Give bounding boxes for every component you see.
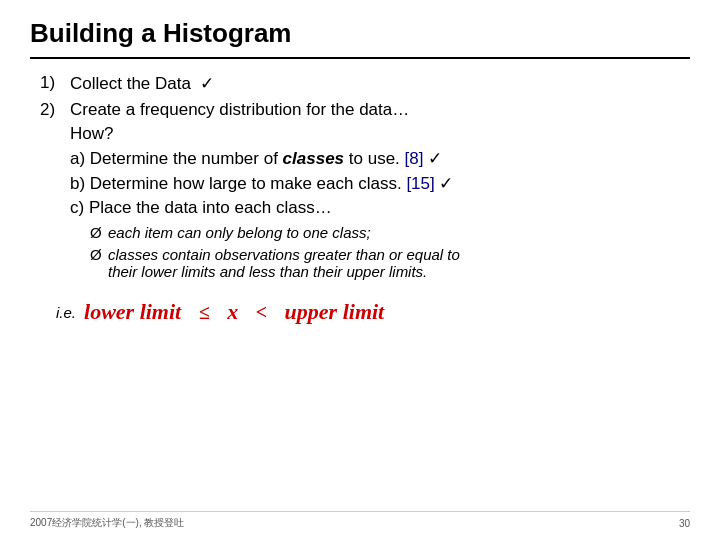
formula-math: lower limit ≤ x < upper limit [84, 299, 384, 325]
arrow-icon-2: Ø [90, 246, 108, 263]
step-2-text: Create a frequency distribution for the … [70, 100, 690, 285]
content-area: 1) Collect the Data ✓ 2) Create a freque… [30, 73, 690, 511]
bullet-list: Ø each item can only belong to one class… [90, 224, 690, 280]
slide: Building a Histogram 1) Collect the Data… [0, 0, 720, 540]
slide-title: Building a Histogram [30, 18, 690, 59]
formula-line: i.e. lower limit ≤ x < upper limit [56, 299, 690, 325]
bullet-text-1: each item can only belong to one class; [108, 224, 371, 241]
step-2-num: 2) [40, 100, 70, 120]
bracket-15: [15] [406, 174, 434, 193]
footer: 2007经济学院统计学(一), 教授登吐 30 [30, 511, 690, 530]
checkmark-b: ✓ [439, 174, 453, 193]
checkmark-a: ✓ [428, 149, 442, 168]
how-label: How? [70, 124, 690, 144]
ie-label: i.e. [56, 304, 76, 321]
sub-item-b: b) Determine how large to make each clas… [70, 173, 690, 194]
formula-x: x [227, 299, 238, 325]
sub-item-c: c) Place the data into each class… [70, 198, 690, 218]
checkmark-1: ✓ [200, 74, 214, 93]
bullet-item-2: Ø classes contain observations greater t… [90, 246, 690, 280]
bracket-8: [8] [405, 149, 424, 168]
leq-symbol: ≤ [199, 301, 210, 324]
step-1-text: Collect the Data ✓ [70, 73, 690, 94]
bullet-text-2: classes contain observations greater tha… [108, 246, 460, 280]
formula-upper: upper limit [285, 299, 385, 325]
lt-symbol: < [256, 301, 267, 324]
footer-left: 2007经济学院统计学(一), 教授登吐 [30, 516, 184, 530]
step-1-num: 1) [40, 73, 70, 93]
step-2: 2) Create a frequency distribution for t… [40, 100, 690, 285]
formula-lower: lower limit [84, 299, 181, 325]
step-2-main: Create a frequency distribution for the … [70, 100, 409, 119]
bullet-item-1: Ø each item can only belong to one class… [90, 224, 690, 241]
step-1: 1) Collect the Data ✓ [40, 73, 690, 94]
footer-right: 30 [679, 518, 690, 529]
sub-list: How? a) Determine the number of classes … [70, 124, 690, 280]
classes-word: classes [283, 149, 344, 168]
arrow-icon-1: Ø [90, 224, 108, 241]
sub-item-a: a) Determine the number of classes to us… [70, 148, 690, 169]
